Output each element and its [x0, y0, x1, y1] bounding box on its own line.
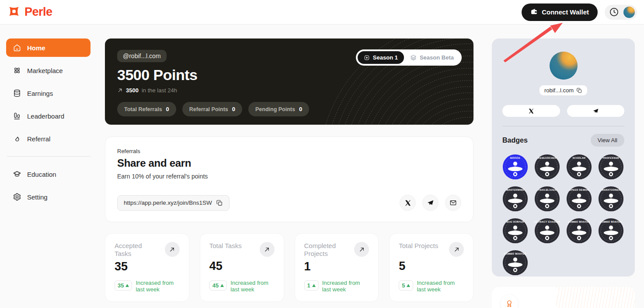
sidebar-label: Home: [27, 44, 45, 52]
page: Perle Connect Wallet: [0, 0, 644, 308]
tab-season-1[interactable]: Season 1: [358, 51, 404, 64]
svg-text:BUG HUNTER: BUG HUNTER: [506, 220, 524, 223]
badge-trailblazer[interactable]: TRAILBLAZER: [534, 186, 560, 212]
tab-season-beta[interactable]: Season Beta: [404, 51, 460, 64]
pill-value: 0: [299, 106, 302, 112]
points-title: 3500 Points: [117, 66, 461, 84]
referrals-card: Referrals Share and earn Earn 10% of you…: [105, 136, 473, 222]
layers-icon: [410, 54, 417, 61]
svg-text:COMBO MASTER: COMBO MASTER: [600, 220, 622, 223]
svg-text:MARATHONER: MARATHONER: [602, 189, 620, 191]
sidebar-item-referral[interactable]: Referral: [6, 130, 91, 148]
svg-text:COMBO MASTER: COMBO MASTER: [504, 252, 526, 255]
sidebar: Home Marketplace: [6, 38, 91, 210]
referral-flame-icon: [13, 134, 21, 143]
season-beta-label: Season Beta: [420, 54, 454, 61]
badge-combo-master-3[interactable]: COMBO MASTER: [502, 250, 528, 276]
history-clock-icon[interactable]: [609, 7, 619, 17]
share-telegram-button[interactable]: [422, 195, 439, 211]
stat-note-text: Increased from last week: [136, 280, 179, 293]
badge-bug-hunter[interactable]: BUG HUNTER: [502, 218, 528, 244]
pill-label: Total Referrals: [124, 106, 162, 112]
svg-text:TRAILBLAZER: TRAILBLAZER: [538, 189, 557, 191]
accepted-tasks-card: Accepted Tasks 35 35 Increased from last…: [105, 233, 189, 302]
sidebar-item-education[interactable]: Education: [6, 165, 91, 183]
badge-marathoner[interactable]: MARATHONER: [598, 186, 624, 212]
stat-value: 45: [209, 259, 275, 273]
leaderboard-icon: [13, 112, 21, 120]
svg-text:SPEED DEMON: SPEED DEMON: [569, 189, 589, 191]
username-badge: @robif...l.com: [117, 50, 167, 62]
delta-number: 1: [307, 282, 310, 289]
profile-divider: [502, 126, 624, 126]
share-email-button[interactable]: [445, 195, 461, 211]
sidebar-item-marketplace[interactable]: Marketplace: [6, 61, 91, 80]
stat-delta-badge: 35: [115, 280, 132, 290]
open-completed-projects-button[interactable]: [354, 242, 369, 257]
profile-name-pill[interactable]: robif...l.com: [540, 85, 587, 95]
pill-label: Referral Points: [189, 106, 228, 112]
copy-icon[interactable]: [576, 88, 582, 94]
sidebar-label: Setting: [27, 193, 48, 201]
stat-value: 5: [399, 259, 464, 273]
open-total-tasks-button[interactable]: [260, 242, 275, 257]
sidebar-label: Education: [27, 171, 56, 178]
badge-combo-master-2[interactable]: COMBO MASTER: [598, 218, 624, 244]
badge-accuracy-guardian[interactable]: ACCURACY GUARDIAN: [534, 218, 560, 244]
badge-researcher[interactable]: RESEARCHER: [534, 154, 560, 180]
delta-number: 45: [212, 282, 219, 289]
badge-combo-master-1[interactable]: COMBO MASTER: [566, 218, 592, 244]
arrow-up-right-icon: [169, 246, 175, 253]
stat-value: 1: [304, 260, 369, 273]
view-all-badges-button[interactable]: View All: [591, 134, 624, 147]
sidebar-label: Referral: [27, 135, 50, 143]
stat-label: Completed Projects: [304, 242, 348, 257]
total-referrals-pill: Total Referrals 0: [117, 102, 176, 116]
sidebar-item-earnings[interactable]: Earnings: [6, 84, 91, 102]
sidebar-item-leaderboard[interactable]: Leaderboard: [6, 107, 91, 125]
badge-scholar[interactable]: SCHOLAR: [566, 154, 592, 180]
award-ribbon-icon: [501, 295, 518, 308]
stat-delta-badge: 5: [399, 280, 413, 290]
referrals-subtitle: Earn 10% of your referral's points: [117, 173, 461, 180]
connect-wallet-button[interactable]: Connect Wallet: [522, 4, 598, 21]
logo-text: Perle: [24, 5, 52, 19]
badge-speed-demon[interactable]: SPEED DEMON: [566, 186, 592, 212]
badge-mastermind[interactable]: MASTERMIND: [502, 186, 528, 212]
copy-icon[interactable]: [216, 200, 223, 206]
open-accepted-tasks-button[interactable]: [165, 242, 180, 257]
delta-text: in the last 24h: [142, 87, 177, 94]
sidebar-item-setting[interactable]: Setting: [6, 188, 91, 206]
x-icon: [528, 108, 534, 114]
profile-x-button[interactable]: [502, 105, 560, 117]
badge-professor[interactable]: PROFESSOR: [598, 154, 624, 180]
completed-projects-card: Completed Projects 1 1 Increased from la…: [295, 233, 379, 302]
share-x-button[interactable]: [400, 195, 416, 211]
open-total-projects-button[interactable]: [449, 242, 464, 257]
referral-points-pill: Referral Points 0: [182, 102, 242, 116]
arrow-up-right-icon: [264, 246, 270, 253]
stat-label: Accepted Tasks: [115, 242, 158, 257]
sidebar-item-home[interactable]: Home: [6, 38, 91, 57]
user-avatar[interactable]: [623, 7, 635, 18]
referrals-eyebrow: Referrals: [117, 148, 461, 154]
delta-value: 3500: [126, 87, 139, 94]
sidebar-label: Marketplace: [27, 67, 63, 74]
profile-aside: robif...l.com Badges View All: [492, 38, 635, 308]
stat-note-text: Increased from last week: [230, 280, 274, 293]
total-tasks-card: Total Tasks 45 45 Increased from last we…: [200, 233, 284, 302]
stats-row: Accepted Tasks 35 35 Increased from last…: [105, 233, 473, 302]
education-cap-icon: [13, 170, 21, 178]
header-user-pill: [605, 5, 637, 20]
perle-logo-icon: [7, 4, 21, 20]
triangle-up-icon: [407, 284, 410, 287]
profile-telegram-button[interactable]: [567, 105, 625, 117]
stat-delta-badge: 1: [304, 280, 319, 290]
email-icon: [449, 199, 457, 206]
season-1-label: Season 1: [373, 54, 398, 61]
delta-number: 5: [402, 282, 405, 289]
badge-novice[interactable]: NOVICE: [502, 154, 528, 180]
perle-logo[interactable]: Perle: [7, 4, 52, 20]
referral-link-box[interactable]: https://app.perle.xyz/join/Bns1SW: [117, 195, 230, 211]
badges-title: Badges: [502, 136, 528, 144]
